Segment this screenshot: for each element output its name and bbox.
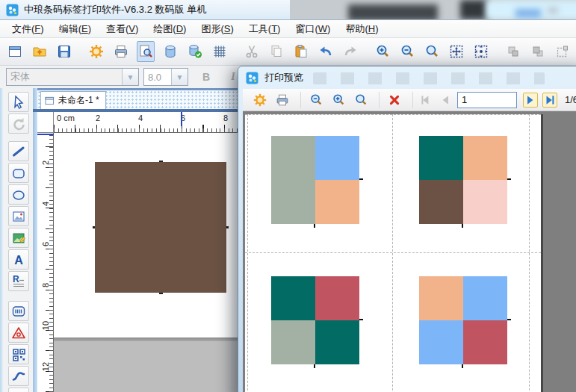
last-page-button[interactable] [542,93,557,108]
undo-arrow-icon [318,43,334,60]
chevron-down-icon[interactable]: ▼ [171,69,188,85]
undo-button[interactable] [317,41,335,62]
text-tool-button[interactable]: A [8,249,29,270]
menu-view[interactable]: 查看(V) [99,20,146,38]
color-block [463,180,507,224]
copy-button[interactable] [267,41,285,62]
color-block [271,320,315,364]
chevron-down-icon[interactable]: ▼ [122,69,138,85]
preview-title-bar[interactable]: 打印预览 [238,66,576,89]
preview-content-area[interactable] [243,111,576,392]
app-logo-icon [246,72,258,84]
zoom-in-button[interactable] [329,91,348,109]
fit-width-button[interactable] [472,41,490,62]
select-tool-button[interactable] [8,92,29,112]
font-family-value: 宋体 [7,70,122,84]
zoom-out-button[interactable] [398,41,416,62]
prev-page-button[interactable] [438,93,453,108]
preview-page [245,114,541,392]
document-tab[interactable]: 未命名-1 * [40,91,106,109]
zoom-button[interactable] [423,41,441,62]
line-tool-button[interactable] [8,141,29,161]
curve-tool-button[interactable] [8,366,29,386]
rotate-tool-button[interactable] [8,113,29,134]
extra-tool-button[interactable] [8,388,29,392]
print-button[interactable] [112,41,130,62]
shape-tool-button[interactable] [8,323,29,343]
fit-width-icon [473,43,489,60]
print-setup-button[interactable] [250,91,270,109]
prev-page-icon [439,93,452,107]
close-preview-button[interactable] [385,91,404,109]
ruler-label: 8 [223,113,228,122]
ellipse-tool-button[interactable] [8,184,29,205]
color-block [463,320,507,364]
menu-draw[interactable]: 绘图(D) [146,20,193,38]
richtext-tool-button[interactable]: R [8,271,29,291]
menu-tools[interactable]: 工具(T) [241,20,288,38]
app-logo-icon [6,4,19,16]
selection-handle[interactable] [159,161,163,162]
zoom-reset-button[interactable] [351,91,371,109]
paste-icon [293,43,309,60]
database-connect-button[interactable] [186,41,204,62]
color-block [315,136,359,180]
picture-edit-tool-button[interactable] [8,228,29,248]
grid-button[interactable] [211,41,229,62]
fit-page-button[interactable] [448,41,465,62]
selection-handle[interactable] [159,293,163,294]
qrcode-tool-button[interactable] [8,344,29,364]
print-button[interactable] [273,91,292,109]
color-block [315,180,359,224]
color-block [419,180,463,224]
font-size-select[interactable]: 8.0 ▼ [143,68,188,86]
main-toolbar [0,38,576,66]
print-preview-button[interactable] [137,41,155,62]
svg-text:A: A [14,253,23,266]
zoom-in-button[interactable] [374,41,391,62]
bring-front-button[interactable] [504,41,522,62]
vertical-ruler[interactable]: 2 4 6 8 10 12 [37,133,54,392]
paste-button[interactable] [292,41,310,62]
menu-graphics[interactable]: 图形(S) [193,20,241,38]
page-number-input[interactable] [457,92,517,108]
first-page-button[interactable] [418,93,433,108]
fit-page-icon [448,43,465,60]
cut-button[interactable] [243,41,261,62]
document-icon [45,96,55,105]
color-block [271,276,315,320]
ruler-label: 4 [41,196,50,211]
color-block [419,276,463,320]
label-preview-cell [419,136,507,224]
menu-window[interactable]: 窗口(W) [288,20,338,38]
label-preview-cell [419,276,507,364]
selection-handle[interactable] [93,226,95,228]
rounded-rect-tool-button[interactable] [8,163,29,183]
group-button[interactable] [554,41,572,62]
group-icon [554,43,571,60]
selected-rectangle-shape[interactable] [95,162,226,293]
print-preview-window: 打印预览 [238,66,576,392]
menu-file[interactable]: 文件(F) [4,20,52,38]
menu-bar: 文件(F) 编辑(E) 查看(V) 绘图(D) 图形(S) 工具(T) 窗口(W… [0,20,576,38]
color-block [315,276,359,320]
database-check-icon [187,43,203,60]
line-icon [10,143,27,160]
image-tool-button[interactable] [8,206,29,226]
selection-handle[interactable] [226,226,229,228]
bold-button[interactable]: B [197,68,215,86]
new-document-button[interactable] [6,41,24,62]
barcode-tool-button[interactable] [8,301,29,321]
zoom-out-button[interactable] [306,91,326,109]
menu-help[interactable]: 帮助(H) [338,20,385,38]
next-page-button[interactable] [523,93,538,108]
database-button[interactable] [161,41,179,62]
settings-button[interactable] [87,41,105,62]
font-family-select[interactable]: 宋体 ▼ [6,68,139,86]
open-button[interactable] [31,41,49,62]
menu-edit[interactable]: 编辑(E) [52,20,99,38]
send-back-button[interactable] [529,41,547,62]
redo-button[interactable] [341,41,359,62]
save-button[interactable] [55,41,73,62]
copy-icon [268,43,285,60]
